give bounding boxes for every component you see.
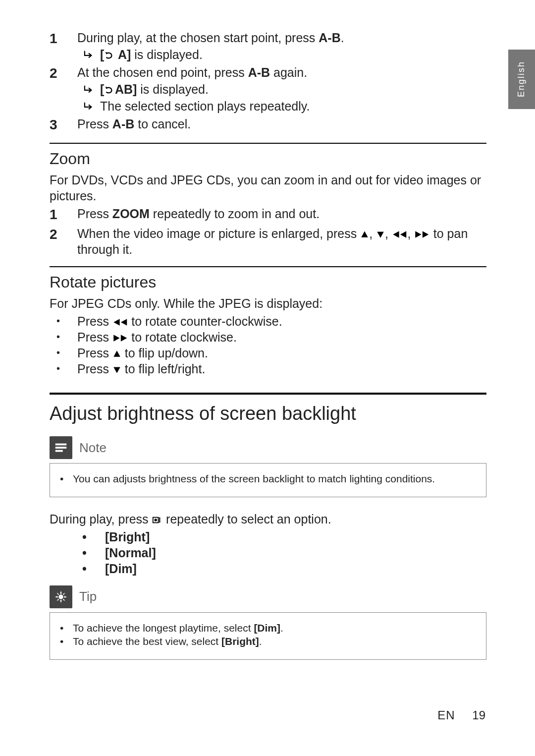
callout-body: •You can adjusts brightness of the scree… xyxy=(50,463,486,497)
result-arrow-icon xyxy=(77,98,100,114)
step-text: Press ZOOM repeatedly to zoom in and out… xyxy=(77,206,486,224)
note-icon xyxy=(50,436,72,459)
footer-page: 19 xyxy=(472,708,485,722)
step-text: During play, at the chosen start point, … xyxy=(77,30,486,46)
step-1: 1 Press ZOOM repeatedly to zoom in and o… xyxy=(50,206,486,224)
svg-rect-1 xyxy=(55,447,67,449)
divider xyxy=(50,266,486,267)
rotate-heading: Rotate pictures xyxy=(50,272,486,292)
step-result: [AB] is displayed. xyxy=(77,81,486,97)
list-item: •Press to rotate clockwise. xyxy=(50,329,486,345)
result-text: [ A] is displayed. xyxy=(100,47,203,62)
result-arrow-icon xyxy=(77,47,100,62)
step-1: 1 During play, at the chosen start point… xyxy=(50,30,486,62)
section-divider xyxy=(50,393,486,395)
list-item: •Press to flip up/down. xyxy=(50,345,486,361)
step-number: 2 xyxy=(50,64,77,114)
step-number: 3 xyxy=(50,116,77,134)
fast-forward-icon xyxy=(414,227,430,240)
svg-point-6 xyxy=(58,594,63,599)
step-body: At the chosen end point, press A-B again… xyxy=(77,64,486,114)
repeat-icon xyxy=(104,48,115,61)
callout-title: Tip xyxy=(79,588,97,605)
zoom-steps: 1 Press ZOOM repeatedly to zoom in and o… xyxy=(50,206,486,257)
list-item: •Press to flip left/right. xyxy=(50,361,486,377)
bullet: • xyxy=(50,361,77,377)
bullet: • xyxy=(60,622,73,635)
callout-header: Note xyxy=(50,436,486,459)
bullet: • xyxy=(50,313,77,329)
svg-point-5 xyxy=(154,519,157,521)
up-triangle-icon xyxy=(112,346,121,360)
ab-repeat-steps: 1 During play, at the chosen start point… xyxy=(50,30,486,134)
bullet: • xyxy=(60,472,73,486)
step-number: 1 xyxy=(50,206,77,224)
bullet: • xyxy=(50,329,77,345)
rotate-list: •Press to rotate counter-clockwise. •Pre… xyxy=(50,313,486,377)
option-bright: [Bright] xyxy=(79,529,486,545)
bullet: • xyxy=(60,635,73,648)
step-3: 3 Press A-B to cancel. xyxy=(50,116,486,134)
brightness-heading: Adjust brightness of screen backlight xyxy=(50,402,486,426)
option-dim: [Dim] xyxy=(79,561,486,577)
step-number: 1 xyxy=(50,30,77,62)
language-tab: English xyxy=(508,50,535,109)
step-text: At the chosen end point, press A-B again… xyxy=(77,64,486,80)
zoom-intro: For DVDs, VCDs and JPEG CDs, you can zoo… xyxy=(50,172,486,204)
note-item: •You can adjusts brightness of the scree… xyxy=(60,472,476,486)
brightness-button-icon xyxy=(152,512,163,526)
step-result: The selected section plays repeatedly. xyxy=(77,98,486,114)
up-triangle-icon xyxy=(360,227,369,240)
tip-item: •To achieve the longest playtime, select… xyxy=(60,622,476,635)
result-arrow-icon xyxy=(77,81,100,97)
note-callout: Note •You can adjusts brightness of the … xyxy=(50,436,486,497)
down-triangle-icon xyxy=(376,227,385,240)
result-text: The selected section plays repeatedly. xyxy=(100,98,310,114)
fast-forward-icon xyxy=(112,330,128,344)
tip-callout: Tip •To achieve the longest playtime, se… xyxy=(50,585,486,660)
brightness-instruction: During play, press repeatedly to select … xyxy=(50,511,486,527)
callout-body: •To achieve the longest playtime, select… xyxy=(50,612,486,660)
result-text: [AB] is displayed. xyxy=(100,81,209,97)
step-body: Press A-B to cancel. xyxy=(77,116,486,134)
step-text: When the video image or picture is enlar… xyxy=(77,226,486,257)
tip-icon xyxy=(50,585,72,608)
down-triangle-icon xyxy=(112,362,121,376)
step-body: During play, at the chosen start point, … xyxy=(77,30,486,62)
step-number: 2 xyxy=(50,226,77,257)
divider xyxy=(50,143,486,144)
step-result: [ A] is displayed. xyxy=(77,47,486,62)
rotate-intro: For JPEG CDs only. While the JPEG is dis… xyxy=(50,295,486,311)
repeat-icon xyxy=(104,82,115,96)
footer-lang: EN xyxy=(437,708,455,722)
step-2: 2 At the chosen end point, press A-B aga… xyxy=(50,64,486,114)
language-tab-label: English xyxy=(516,61,527,97)
page-footer: EN 19 xyxy=(437,708,485,723)
step-2: 2 When the video image or picture is enl… xyxy=(50,226,486,257)
svg-rect-2 xyxy=(55,450,63,452)
tip-item: •To achieve the best view, select [Brigh… xyxy=(60,635,476,648)
list-item: •Press to rotate counter-clockwise. xyxy=(50,313,486,329)
bullet: • xyxy=(50,345,77,361)
callout-title: Note xyxy=(79,440,107,456)
rewind-icon xyxy=(392,227,408,240)
option-normal: [Normal] xyxy=(79,545,486,561)
rewind-icon xyxy=(112,314,128,328)
callout-header: Tip xyxy=(50,585,486,608)
zoom-heading: Zoom xyxy=(50,149,486,169)
svg-rect-0 xyxy=(55,444,67,446)
brightness-options: [Bright] [Normal] [Dim] xyxy=(79,529,486,577)
